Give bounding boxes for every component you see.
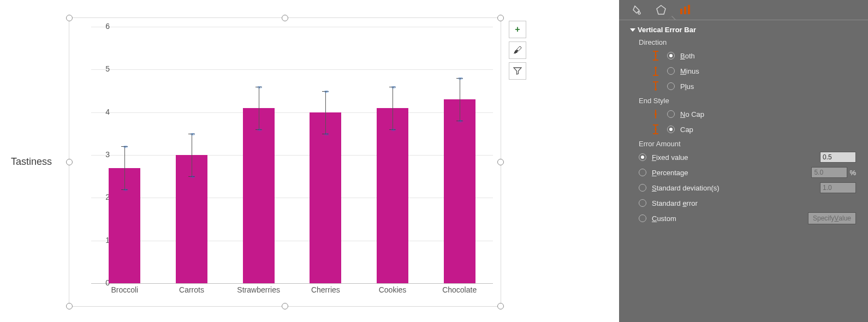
option-label: Standard deviation(s) — [652, 184, 720, 192]
x-category-label: Strawberries — [226, 285, 292, 294]
endstyle-cap-option[interactable]: Cap — [650, 123, 856, 135]
radio[interactable] — [667, 82, 675, 90]
chart-side-buttons: + 🖌 — [509, 21, 526, 83]
error-selection-marker: ○○ — [123, 144, 126, 150]
gridline — [91, 198, 493, 198]
svg-marker-0 — [657, 5, 665, 14]
error-percent-row[interactable]: Percentage % — [639, 166, 856, 178]
selection-handle[interactable] — [66, 15, 73, 21]
svg-rect-1 — [680, 9, 682, 14]
gridline — [91, 112, 493, 113]
fill-tab-icon[interactable] — [631, 4, 643, 16]
direction-label: Direction — [639, 38, 856, 46]
percent-value-input — [811, 167, 847, 178]
error-stderr-row[interactable]: Standard error — [639, 197, 856, 209]
svg-rect-3 — [688, 5, 690, 14]
gridline — [91, 27, 493, 27]
x-category-label: Chocolate — [427, 285, 492, 294]
chart-object[interactable]: 0123456○○○○○○○○○○○○○○○○○○○○○○○○ Broccoli… — [69, 17, 501, 307]
section-title: Vertical Error Bar — [638, 26, 696, 34]
svg-point-13 — [655, 88, 657, 91]
x-category-label: Cherries — [293, 285, 358, 294]
nocap-icon — [650, 108, 662, 120]
selection-handle[interactable] — [66, 303, 73, 309]
error-fixed-row[interactable]: Fixed value — [639, 151, 856, 163]
gridline — [91, 155, 493, 156]
error-selection-marker: ○○ — [190, 131, 193, 137]
gridline — [91, 69, 493, 70]
x-category-label: Carrots — [159, 285, 224, 294]
chart-add-button[interactable]: + — [509, 21, 526, 38]
svg-point-10 — [655, 67, 657, 69]
svg-point-15 — [655, 113, 657, 115]
minus-icon — [650, 65, 662, 77]
selection-handle[interactable] — [282, 15, 288, 21]
selection-handle[interactable] — [497, 15, 504, 21]
radio[interactable] — [667, 110, 675, 118]
error-selection-marker: ○○ — [391, 84, 394, 90]
chart-filter-button[interactable] — [509, 62, 526, 80]
bar[interactable] — [444, 99, 475, 283]
radio[interactable] — [639, 184, 646, 192]
radio[interactable] — [639, 199, 646, 207]
selection-handle[interactable] — [497, 303, 504, 309]
effects-tab-icon[interactable] — [655, 4, 667, 16]
percent-symbol: % — [849, 169, 856, 177]
radio[interactable] — [667, 126, 675, 133]
plot-area: 0123456○○○○○○○○○○○○○○○○○○○○○○○○ — [91, 27, 493, 283]
section-header[interactable]: Vertical Error Bar — [631, 26, 856, 34]
error-selection-marker: ○○ — [257, 84, 260, 90]
fixed-value-input[interactable] — [820, 152, 856, 163]
series-tab-icon[interactable] — [679, 4, 691, 16]
y-tick-label: 4 — [93, 108, 110, 116]
svg-point-7 — [655, 55, 657, 57]
x-category-label: Broccoli — [92, 285, 157, 294]
radio[interactable] — [667, 52, 675, 59]
pane-tabs — [619, 0, 868, 20]
selection-handle[interactable] — [66, 159, 73, 165]
direction-minus-option[interactable]: Minus — [650, 65, 856, 77]
error-selection-marker: ○○ — [458, 118, 461, 124]
stddev-value-input — [820, 182, 856, 193]
gridline — [91, 283, 493, 284]
radio[interactable] — [639, 214, 646, 222]
error-selection-marker: ○○ — [123, 187, 126, 193]
selection-handle[interactable] — [497, 159, 504, 165]
error-selection-marker: ○○ — [458, 75, 461, 81]
selection-handle[interactable] — [282, 303, 288, 309]
error-bar[interactable] — [460, 78, 460, 121]
option-label: Cap — [680, 126, 693, 134]
format-pane: Vertical Error Bar Direction Both Minus … — [619, 0, 868, 322]
y-tick-label: 3 — [93, 150, 110, 159]
direction-plus-option[interactable]: Plus — [650, 80, 856, 92]
svg-point-19 — [655, 128, 657, 130]
radio[interactable] — [639, 169, 646, 176]
both-icon — [650, 50, 662, 62]
error-bar[interactable] — [325, 91, 326, 134]
error-selection-marker: ○○ — [324, 131, 327, 137]
endstyle-nocap-option[interactable]: No Cap — [650, 108, 856, 120]
cap-icon — [650, 123, 662, 135]
y-axis-label: Tastiness — [11, 156, 52, 168]
option-label: Percentage — [652, 169, 688, 177]
direction-both-option[interactable]: Both — [650, 50, 856, 62]
error-stddev-row[interactable]: Standard deviation(s) — [639, 182, 856, 194]
chart-style-button[interactable]: 🖌 — [509, 41, 526, 59]
error-custom-row[interactable]: Custom Specify Value — [639, 212, 856, 224]
error-selection-marker: ○○ — [190, 174, 193, 180]
radio[interactable] — [667, 67, 675, 75]
error-bar[interactable] — [124, 146, 125, 189]
bar[interactable] — [377, 108, 408, 283]
option-label: Plus — [680, 82, 694, 91]
specify-value-button: Specify Value — [808, 212, 856, 224]
erroramount-label: Error Amount — [639, 140, 856, 148]
error-bar[interactable] — [192, 134, 192, 176]
error-bar[interactable] — [259, 87, 259, 129]
error-bar[interactable] — [393, 87, 393, 129]
radio[interactable] — [639, 153, 646, 161]
option-label: Minus — [680, 67, 699, 75]
bar[interactable] — [243, 108, 275, 283]
bar[interactable] — [310, 112, 341, 283]
y-tick-label: 1 — [93, 236, 110, 245]
x-category-label: Cookies — [360, 285, 425, 294]
